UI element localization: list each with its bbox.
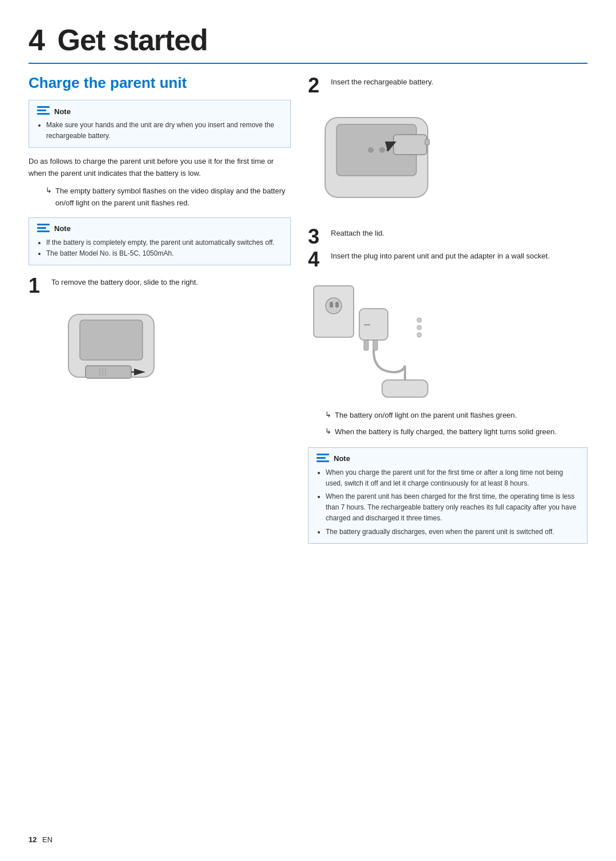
svg-rect-22	[373, 340, 378, 350]
arrow-text-1: The empty battery symbol flashes on the …	[55, 185, 291, 209]
svg-rect-21	[364, 340, 368, 350]
note3-bullet-1: When you charge the parent unit for the …	[326, 467, 579, 489]
note-header-3: Note	[317, 454, 579, 464]
illustration-battery-insert	[308, 100, 587, 216]
title-divider	[29, 63, 587, 64]
note2-bullet-2: The batter Model No. is BL-5C, 1050mAh.	[46, 248, 282, 259]
note1-bullet-1: Make sure your hands and the unit are dr…	[46, 120, 282, 142]
section-title: Charge the parent unit	[29, 74, 291, 92]
arrow-item-right-1: ↳ The battery on/off light on the parent…	[325, 410, 587, 422]
page-language: EN	[42, 835, 52, 844]
note-label-1: Note	[54, 107, 71, 116]
note1-bullets: Make sure your hands and the unit are dr…	[46, 120, 282, 142]
svg-point-11	[379, 147, 385, 153]
svg-rect-18	[330, 302, 333, 308]
svg-text:●●●: ●●●	[364, 323, 370, 326]
right-column: 2 Insert the rechargeable battery.	[308, 74, 587, 552]
note2-bullets: If the battery is completely empty, the …	[46, 237, 282, 259]
step-row-3: 3 Reattach the lid.	[308, 225, 587, 247]
chapter-number: 4	[29, 23, 45, 56]
svg-rect-1	[80, 320, 143, 360]
step-text-2: Insert the rechargeable battery.	[331, 78, 433, 86]
note-header-2: Note	[37, 224, 282, 234]
svg-point-26	[417, 325, 422, 330]
note-icon-2	[37, 224, 50, 234]
step-content-4: Insert the plug into parent unit and put…	[331, 250, 587, 262]
arrow-text-right-2: When the battery is fully charged, the b…	[335, 426, 557, 438]
svg-point-27	[417, 333, 422, 337]
note-label-2: Note	[54, 224, 71, 233]
step-content-1: To remove the battery door, slide to the…	[51, 277, 291, 289]
note-header-1: Note	[37, 106, 282, 116]
svg-rect-23	[382, 380, 428, 397]
svg-rect-19	[335, 302, 339, 308]
body-text: Do as follows to charge the parent unit …	[29, 156, 291, 180]
arrow-item-right-2: ↳ When the battery is fully charged, the…	[325, 426, 587, 438]
note-icon-3	[317, 454, 329, 464]
step-text-4: Insert the plug into parent unit and put…	[331, 252, 550, 260]
arrow-text-right-1: The battery on/off light on the parent u…	[335, 410, 517, 422]
step-content-2: Insert the rechargeable battery.	[331, 76, 587, 88]
svg-rect-12	[394, 135, 427, 155]
step-content-3: Reattach the lid.	[331, 228, 587, 240]
step-row-1: 1 To remove the battery door, slide to t…	[29, 274, 291, 296]
chapter-title: Get started	[58, 23, 208, 56]
arrow-symbol-right-1: ↳	[325, 410, 331, 419]
step-text-1: To remove the battery door, slide to the…	[51, 278, 198, 286]
note-box-3: Note When you charge the parent unit for…	[308, 447, 587, 544]
svg-point-10	[368, 147, 374, 153]
step-text-3: Reattach the lid.	[331, 229, 384, 237]
step-row-2: 2 Insert the rechargeable battery.	[308, 74, 587, 96]
left-column: Charge the parent unit Note Make sure yo…	[29, 74, 291, 552]
step-number-2: 2	[308, 75, 331, 96]
note3-bullet-2: When the parent unit has been charged fo…	[326, 491, 579, 524]
arrow-item-1: ↳ The empty battery symbol flashes on th…	[46, 185, 291, 209]
page-number: 12	[29, 835, 37, 844]
arrow-symbol-1: ↳	[46, 186, 52, 195]
step-number-4: 4	[308, 249, 331, 270]
page-footer: 12 EN	[29, 835, 52, 844]
step-number-1: 1	[29, 276, 51, 296]
illustration-battery-door	[51, 303, 291, 396]
note-icon-1	[37, 106, 50, 116]
svg-rect-2	[86, 366, 131, 378]
svg-point-25	[417, 318, 422, 322]
note-box-1: Note Make sure your hands and the unit a…	[29, 100, 291, 148]
note3-bullet-3: The battery gradually discharges, even w…	[326, 527, 579, 537]
note-box-2: Note If the battery is completely empty,…	[29, 217, 291, 265]
step-row-4: 4 Insert the plug into parent unit and p…	[308, 248, 587, 270]
page-title: 4 Get started	[29, 23, 587, 57]
note2-bullet-1: If the battery is completely empty, the …	[46, 237, 282, 248]
svg-rect-13	[425, 139, 429, 145]
note-label-3: Note	[334, 454, 350, 463]
svg-point-17	[326, 298, 342, 314]
step-number-3: 3	[308, 227, 331, 247]
illustration-plug: ●●●	[308, 274, 587, 402]
note3-bullets: When you charge the parent unit for the …	[326, 467, 579, 537]
arrow-symbol-right-2: ↳	[325, 427, 331, 435]
